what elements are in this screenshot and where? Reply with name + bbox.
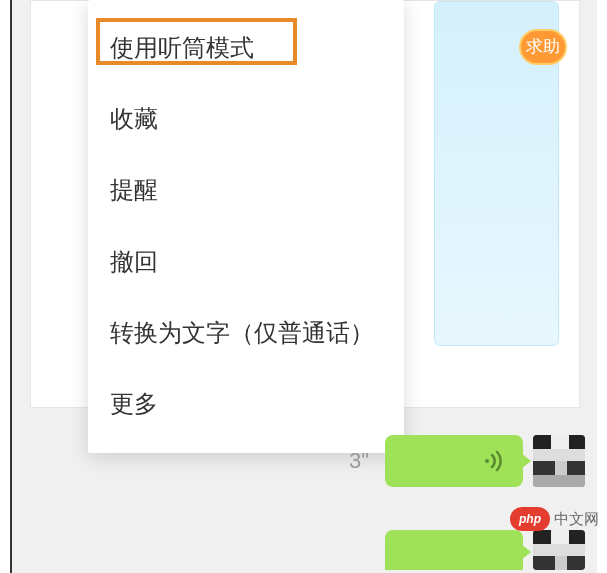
voice-message-row: 3" (349, 435, 585, 487)
message-row-2 (385, 530, 585, 570)
watermark-logo: php (510, 507, 550, 531)
voice-context-menu: 使用听筒模式 收藏 提醒 撤回 转换为文字（仅普通话） 更多 (88, 0, 404, 453)
menu-item-more[interactable]: 更多 (88, 368, 404, 439)
voice-wave-icon (483, 449, 507, 473)
user-avatar[interactable] (533, 530, 585, 570)
watermark-text: 中文网 (554, 510, 599, 529)
menu-item-favorite[interactable]: 收藏 (88, 83, 404, 154)
menu-item-remind[interactable]: 提醒 (88, 154, 404, 225)
menu-item-convert-text[interactable]: 转换为文字（仅普通话） (88, 297, 404, 368)
menu-item-recall[interactable]: 撤回 (88, 226, 404, 297)
watermark: php 中文网 (510, 507, 599, 531)
help-badge[interactable]: 求助 (519, 29, 567, 65)
user-avatar[interactable] (533, 435, 585, 487)
svg-point-0 (485, 459, 489, 463)
message-bubble-2[interactable] (385, 530, 523, 570)
voice-duration-label: 3" (349, 448, 369, 474)
menu-item-earpiece-mode[interactable]: 使用听筒模式 (88, 12, 404, 83)
voice-message-bubble[interactable] (385, 435, 523, 487)
